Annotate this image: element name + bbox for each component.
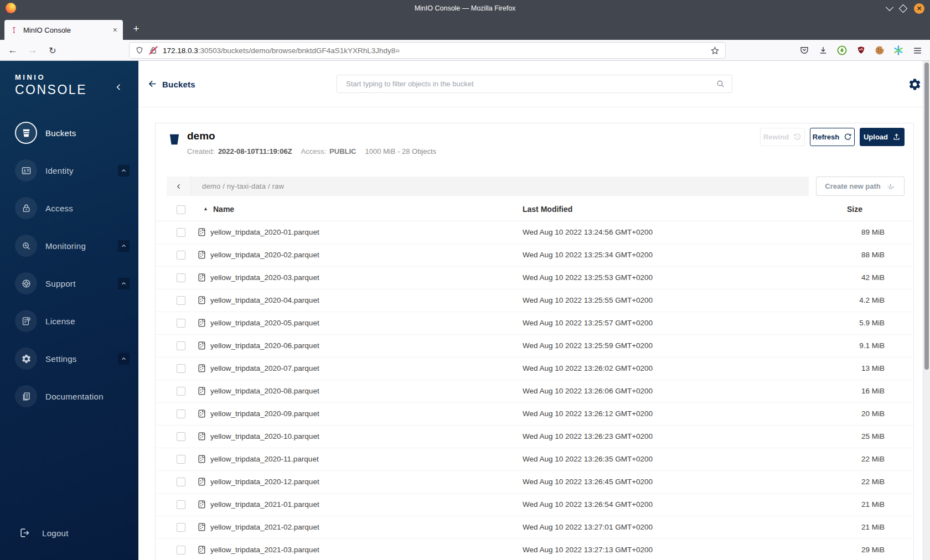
access-value[interactable]: PUBLIC xyxy=(329,147,356,155)
refresh-button[interactable]: Refresh xyxy=(810,128,855,146)
name-column-header[interactable]: Name xyxy=(213,205,234,214)
page-scrollbar[interactable] xyxy=(923,61,930,560)
sidebar-item-support[interactable]: Support xyxy=(0,265,138,302)
row-checkbox[interactable] xyxy=(177,523,185,532)
object-name-cell[interactable]: yellow_tripdata_2020-06.parquet xyxy=(210,341,319,350)
object-name-cell[interactable]: yellow_tripdata_2020-08.parquet xyxy=(210,387,319,395)
cookie-extension-icon[interactable] xyxy=(870,43,889,58)
row-checkbox[interactable] xyxy=(177,273,185,282)
chevron-up-icon[interactable] xyxy=(118,353,130,365)
extension-asterisk-icon[interactable] xyxy=(889,43,908,58)
ublock-origin-icon[interactable]: uO xyxy=(851,43,870,58)
select-all-checkbox[interactable] xyxy=(177,205,185,214)
browser-forward-button[interactable]: → xyxy=(24,43,41,58)
sidebar-collapse-icon[interactable] xyxy=(115,83,123,91)
row-checkbox[interactable] xyxy=(177,364,185,373)
table-row[interactable]: yellow_tripdata_2020-02.parquet Wed Aug … xyxy=(156,244,913,267)
object-name-cell[interactable]: yellow_tripdata_2020-12.parquet xyxy=(210,478,319,486)
sidebar-item-access[interactable]: Access xyxy=(0,189,138,227)
window-close-button[interactable]: ✕ xyxy=(914,3,924,14)
row-checkbox[interactable] xyxy=(177,455,185,464)
row-checkbox[interactable] xyxy=(177,409,185,418)
last-modified-column-header[interactable]: Last Modified xyxy=(523,205,572,214)
gear-icon[interactable] xyxy=(908,77,922,91)
bookmark-star-icon[interactable] xyxy=(710,46,720,55)
table-row[interactable]: yellow_tripdata_2020-03.parquet Wed Aug … xyxy=(156,267,913,289)
extension-green-circle-icon[interactable] xyxy=(833,43,851,58)
new-tab-button[interactable]: + xyxy=(128,22,144,37)
object-name-cell[interactable]: yellow_tripdata_2020-02.parquet xyxy=(210,251,319,259)
row-checkbox[interactable] xyxy=(177,319,185,328)
sidebar-item-icon-circle xyxy=(15,310,37,332)
sidebar-item-documentation[interactable]: Documentation xyxy=(0,377,138,415)
sidebar-item-license[interactable]: License xyxy=(0,302,138,340)
row-checkbox[interactable] xyxy=(177,432,185,441)
row-checkbox[interactable] xyxy=(177,341,185,350)
window-maximize-icon[interactable] xyxy=(899,4,908,13)
table-row[interactable]: yellow_tripdata_2020-06.parquet Wed Aug … xyxy=(156,335,913,357)
object-name-cell[interactable]: yellow_tripdata_2020-01.parquet xyxy=(210,228,319,236)
object-name-cell[interactable]: yellow_tripdata_2020-11.parquet xyxy=(210,455,319,463)
sidebar-item-monitoring[interactable]: Monitoring xyxy=(0,227,138,265)
chevron-up-icon[interactable] xyxy=(118,165,130,177)
size-column-header[interactable]: Size xyxy=(847,205,862,214)
sidebar-item-settings[interactable]: Settings xyxy=(0,340,138,377)
row-checkbox[interactable] xyxy=(177,251,185,260)
object-name-cell[interactable]: yellow_tripdata_2020-07.parquet xyxy=(210,364,319,372)
table-row[interactable]: yellow_tripdata_2021-03.parquet Wed Aug … xyxy=(156,539,913,560)
table-row[interactable]: yellow_tripdata_2020-09.parquet Wed Aug … xyxy=(156,403,913,426)
insecure-lock-icon[interactable] xyxy=(149,46,158,55)
upload-button[interactable]: Upload xyxy=(860,128,905,146)
browser-reload-button[interactable]: ↻ xyxy=(44,43,61,58)
table-row[interactable]: yellow_tripdata_2020-10.parquet Wed Aug … xyxy=(156,426,913,448)
tracking-shield-icon[interactable] xyxy=(135,46,144,55)
row-checkbox[interactable] xyxy=(177,387,185,396)
breadcrumb[interactable]: demo / ny-taxi-data / raw xyxy=(191,177,809,196)
address-bar[interactable]: 172.18.0.3:30503/buckets/demo/browse/bnk… xyxy=(130,43,725,58)
row-checkbox[interactable] xyxy=(177,478,185,486)
sidebar-item-identity[interactable]: Identity xyxy=(0,152,138,189)
row-checkbox[interactable] xyxy=(177,546,185,554)
window-minimize-icon[interactable] xyxy=(886,3,893,11)
table-row[interactable]: yellow_tripdata_2021-01.parquet Wed Aug … xyxy=(156,494,913,516)
object-name-cell[interactable]: yellow_tripdata_2021-03.parquet xyxy=(210,546,319,554)
row-checkbox[interactable] xyxy=(177,296,185,305)
tab-close-icon[interactable]: × xyxy=(110,25,117,34)
path-back-button[interactable] xyxy=(167,177,191,196)
row-checkbox[interactable] xyxy=(177,500,185,509)
chevron-up-icon[interactable] xyxy=(118,240,130,252)
object-name-cell[interactable]: yellow_tripdata_2020-03.parquet xyxy=(210,273,319,282)
downloads-icon[interactable] xyxy=(814,43,833,58)
sidebar-item-logout[interactable]: Logout xyxy=(19,520,69,546)
back-arrow-icon[interactable] xyxy=(147,79,158,89)
sort-ascending-icon[interactable]: ▲ xyxy=(203,206,208,211)
browser-back-button[interactable]: ← xyxy=(4,43,21,58)
search-input[interactable] xyxy=(337,75,732,93)
object-name-cell[interactable]: yellow_tripdata_2021-01.parquet xyxy=(210,500,319,509)
table-row[interactable]: yellow_tripdata_2020-01.parquet Wed Aug … xyxy=(156,221,913,244)
pocket-icon[interactable] xyxy=(795,43,814,58)
chevron-up-icon[interactable] xyxy=(118,278,130,289)
object-name-cell[interactable]: yellow_tripdata_2020-09.parquet xyxy=(210,409,319,418)
table-row[interactable]: yellow_tripdata_2020-05.parquet Wed Aug … xyxy=(156,312,913,335)
url-text[interactable]: 172.18.0.3:30503/buckets/demo/browse/bnk… xyxy=(163,46,705,55)
object-name-cell[interactable]: yellow_tripdata_2021-02.parquet xyxy=(210,523,319,531)
scrollbar-thumb[interactable] xyxy=(924,63,929,370)
menu-hamburger-icon[interactable] xyxy=(908,43,927,58)
object-name-cell[interactable]: yellow_tripdata_2020-10.parquet xyxy=(210,432,319,440)
table-row[interactable]: yellow_tripdata_2020-07.parquet Wed Aug … xyxy=(156,357,913,380)
table-row[interactable]: yellow_tripdata_2020-08.parquet Wed Aug … xyxy=(156,380,913,403)
rewind-button[interactable]: Rewind xyxy=(760,128,805,146)
table-row[interactable]: yellow_tripdata_2021-02.parquet Wed Aug … xyxy=(156,516,913,539)
row-checkbox[interactable] xyxy=(177,228,185,237)
create-new-path-button[interactable]: Create new path xyxy=(816,177,905,196)
table-row[interactable]: yellow_tripdata_2020-04.parquet Wed Aug … xyxy=(156,289,913,312)
back-to-buckets-link[interactable]: Buckets xyxy=(162,80,195,89)
object-name-cell[interactable]: yellow_tripdata_2020-05.parquet xyxy=(210,319,319,327)
browser-tab-minio-console[interactable]: MinIO Console × xyxy=(4,20,123,40)
table-row[interactable]: yellow_tripdata_2020-12.parquet Wed Aug … xyxy=(156,471,913,494)
sidebar-item-buckets[interactable]: Buckets xyxy=(0,114,138,152)
table-row[interactable]: yellow_tripdata_2020-11.parquet Wed Aug … xyxy=(156,448,913,471)
object-name-cell[interactable]: yellow_tripdata_2020-04.parquet xyxy=(210,296,319,304)
last-modified-cell: Wed Aug 10 2022 13:26:06 GMT+0200 xyxy=(523,387,653,395)
